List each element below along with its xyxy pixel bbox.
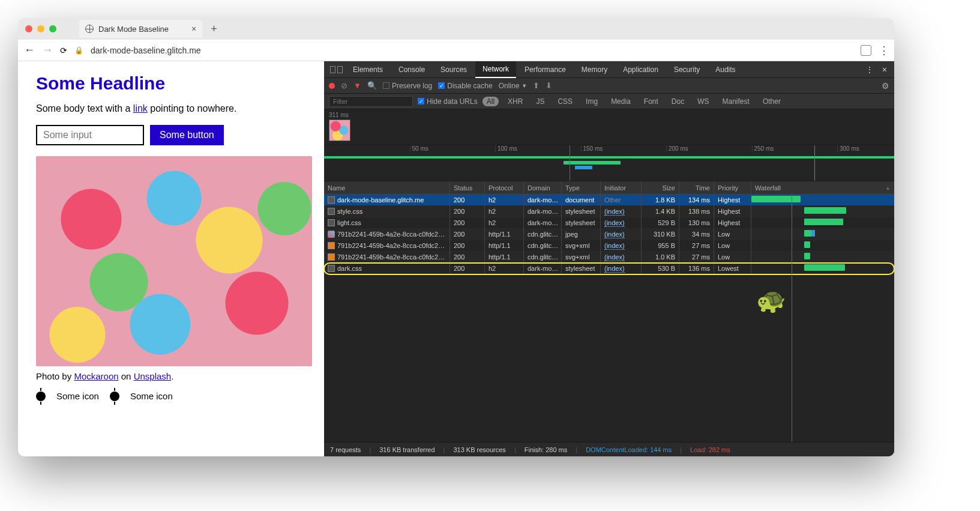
filter-type-img[interactable]: Img bbox=[582, 97, 602, 106]
timeline-tick: 100 ms bbox=[495, 145, 517, 152]
author-link[interactable]: Mockaroon bbox=[74, 371, 118, 381]
network-row[interactable]: dark.css200h2dark-mo…stylesheet(index)53… bbox=[324, 263, 894, 274]
url-text[interactable]: dark-mode-baseline.glitch.me bbox=[91, 46, 201, 55]
bulb-icon bbox=[36, 392, 46, 401]
browser-tab[interactable]: Dark Mode Baseline × bbox=[79, 20, 202, 38]
status-resources: 313 KB resources bbox=[453, 446, 505, 453]
overview-pane[interactable]: 311 ms bbox=[324, 109, 894, 145]
traffic-light-max[interactable] bbox=[49, 25, 56, 32]
devtools-close-icon[interactable]: × bbox=[879, 65, 891, 74]
preserve-log-checkbox[interactable]: Preserve log bbox=[383, 82, 432, 90]
filter-type-ws[interactable]: WS bbox=[693, 97, 713, 106]
traffic-light-close[interactable] bbox=[25, 25, 32, 32]
throttling-select[interactable]: Online ▼ bbox=[499, 82, 528, 90]
record-button[interactable] bbox=[329, 83, 335, 89]
devtools-tab-elements[interactable]: Elements bbox=[346, 62, 390, 77]
network-table: Name Status Protocol Domain Type Initiat… bbox=[324, 181, 894, 442]
turtle-emoji: 🐢 bbox=[756, 286, 786, 315]
filter-type-other[interactable]: Other bbox=[759, 97, 785, 106]
new-tab-button[interactable]: + bbox=[211, 23, 217, 35]
extension-icon[interactable] bbox=[861, 45, 871, 56]
filter-input[interactable] bbox=[329, 96, 413, 107]
timeline-tick: 250 ms bbox=[752, 145, 774, 152]
devtools-tab-security[interactable]: Security bbox=[667, 62, 707, 77]
demo-photo bbox=[36, 156, 312, 366]
status-load: Load: 282 ms bbox=[690, 446, 730, 453]
page-headline: Some Headline bbox=[36, 73, 306, 94]
body-link[interactable]: link bbox=[133, 103, 148, 113]
page-body-text: Some body text with a link pointing to n… bbox=[36, 103, 306, 114]
page-viewport: Some Headline Some body text with a link… bbox=[18, 61, 324, 456]
clear-button[interactable]: ⊘ bbox=[341, 81, 347, 90]
table-header[interactable]: Name Status Protocol Domain Type Initiat… bbox=[324, 181, 894, 195]
filter-type-js[interactable]: JS bbox=[532, 97, 549, 106]
devtools-tab-audits[interactable]: Audits bbox=[708, 62, 742, 77]
tab-title: Dark Mode Baseline bbox=[98, 25, 169, 34]
status-finish: Finish: 280 ms bbox=[525, 446, 568, 453]
filter-bar: ✓Hide data URLs AllXHRJSCSSImgMediaFontD… bbox=[324, 94, 894, 109]
status-requests: 7 requests bbox=[330, 446, 361, 453]
forward-button[interactable]: → bbox=[42, 44, 53, 56]
lock-icon[interactable]: 🔒 bbox=[74, 46, 83, 55]
filter-type-css[interactable]: CSS bbox=[553, 97, 577, 106]
filter-type-manifest[interactable]: Manifest bbox=[718, 97, 754, 106]
timeline-tick: 150 ms bbox=[581, 145, 603, 152]
traffic-light-min[interactable] bbox=[37, 25, 44, 32]
screenshot-thumb[interactable] bbox=[329, 119, 350, 141]
browser-menu-icon[interactable]: ⋮ bbox=[879, 44, 888, 57]
demo-button[interactable]: Some button bbox=[150, 125, 224, 145]
network-toolbar: ⊘ ▼ 🔍 Preserve log ✓Disable cache Online… bbox=[324, 78, 894, 94]
devtools-tab-sources[interactable]: Sources bbox=[433, 62, 474, 77]
address-bar: ← → ⟳ 🔒 dark-mode-baseline.glitch.me ⋮ bbox=[18, 40, 894, 61]
site-link[interactable]: Unsplash bbox=[134, 371, 172, 381]
back-button[interactable]: ← bbox=[24, 44, 35, 56]
inspect-icon[interactable] bbox=[328, 66, 344, 73]
photo-caption: Photo by Mockaroon on Unsplash. bbox=[36, 371, 306, 381]
devtools-tab-network[interactable]: Network bbox=[475, 61, 516, 78]
hide-urls-checkbox[interactable]: ✓Hide data URLs bbox=[418, 97, 478, 106]
timeline-tick: 200 ms bbox=[666, 145, 688, 152]
icon-row: Some icon Some icon bbox=[36, 391, 306, 401]
globe-icon bbox=[85, 25, 94, 33]
timeline-tick: 50 ms bbox=[410, 145, 428, 152]
status-transferred: 316 KB transferred bbox=[379, 446, 434, 453]
bulb-icon bbox=[110, 392, 119, 401]
filter-type-xhr[interactable]: XHR bbox=[504, 97, 527, 106]
upload-icon[interactable]: ⬆ bbox=[533, 81, 540, 90]
gear-icon[interactable]: ⚙ bbox=[882, 81, 889, 91]
filter-type-font[interactable]: Font bbox=[640, 97, 663, 106]
devtools-tab-memory[interactable]: Memory bbox=[574, 62, 615, 77]
devtools-tab-console[interactable]: Console bbox=[391, 62, 432, 77]
devtools-tab-performance[interactable]: Performance bbox=[517, 62, 573, 77]
reload-button[interactable]: ⟳ bbox=[60, 46, 67, 55]
timeline-tick: 300 ms bbox=[837, 145, 859, 152]
download-icon[interactable]: ⬇ bbox=[546, 81, 552, 90]
filter-icon[interactable]: ▼ bbox=[353, 81, 361, 90]
status-dcl: DOMContentLoaded: 144 ms bbox=[586, 446, 672, 453]
close-tab-icon[interactable]: × bbox=[191, 24, 196, 34]
overview-time-label: 311 ms bbox=[329, 112, 889, 118]
search-icon[interactable]: 🔍 bbox=[367, 81, 377, 90]
filter-type-all[interactable]: All bbox=[482, 97, 499, 106]
timeline-pane[interactable]: 50 ms100 ms150 ms200 ms250 ms300 ms bbox=[324, 145, 894, 181]
browser-window: Dark Mode Baseline × + ← → ⟳ 🔒 dark-mode… bbox=[18, 18, 894, 456]
devtools-panel: ElementsConsoleSourcesNetworkPerformance… bbox=[324, 61, 894, 456]
disable-cache-checkbox[interactable]: ✓Disable cache bbox=[438, 82, 492, 90]
filter-type-doc[interactable]: Doc bbox=[667, 97, 688, 106]
status-bar: 7 requests| 316 KB transferred| 313 KB r… bbox=[324, 442, 894, 456]
devtools-tab-application[interactable]: Application bbox=[616, 62, 666, 77]
window-title-bar: Dark Mode Baseline × + bbox=[18, 18, 894, 40]
demo-input[interactable] bbox=[36, 125, 144, 145]
filter-type-media[interactable]: Media bbox=[607, 97, 635, 106]
devtools-tabs: ElementsConsoleSourcesNetworkPerformance… bbox=[324, 61, 894, 78]
devtools-menu-icon[interactable]: ⋮ bbox=[862, 65, 877, 74]
